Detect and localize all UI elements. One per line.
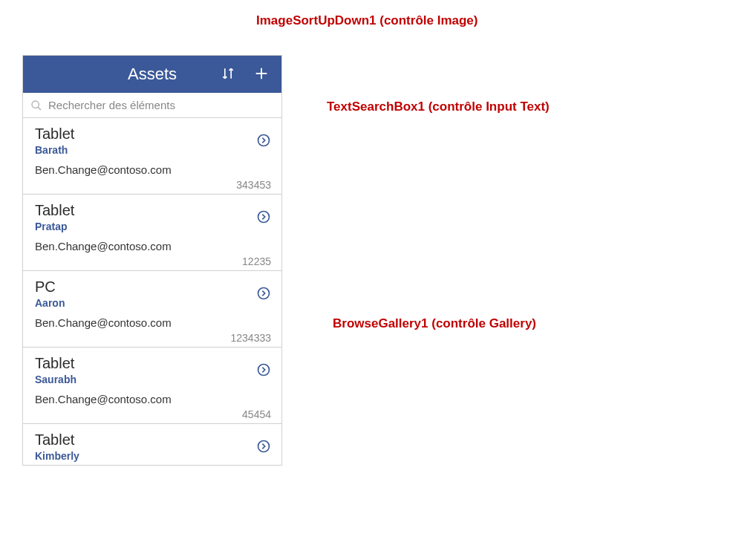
item-detail-button[interactable] bbox=[256, 286, 271, 303]
item-subtitle: Barath bbox=[35, 144, 271, 156]
search-icon bbox=[30, 100, 42, 111]
item-subtitle: Aaron bbox=[35, 297, 271, 309]
sort-icon bbox=[221, 66, 235, 83]
item-id: 1234333 bbox=[35, 332, 271, 344]
search-input[interactable] bbox=[48, 99, 274, 111]
list-item[interactable]: Tablet Kimberly bbox=[23, 424, 281, 465]
arrow-right-icon bbox=[256, 439, 271, 456]
svg-point-3 bbox=[258, 288, 270, 299]
item-email: Ben.Change@contoso.com bbox=[35, 163, 271, 176]
annotation-search: TextSearchBox1 (contrôle Input Text) bbox=[327, 100, 550, 114]
app-header: Assets bbox=[23, 56, 281, 93]
item-detail-button[interactable] bbox=[256, 362, 271, 379]
svg-point-1 bbox=[258, 135, 270, 146]
annotation-gallery: BrowseGallery1 (contrôle Gallery) bbox=[333, 316, 536, 331]
svg-point-0 bbox=[32, 101, 39, 108]
item-detail-button[interactable] bbox=[256, 209, 271, 226]
item-title: Tablet bbox=[35, 202, 271, 219]
item-id: 12235 bbox=[35, 255, 271, 267]
item-detail-button[interactable] bbox=[256, 133, 271, 150]
item-email: Ben.Change@contoso.com bbox=[35, 316, 271, 329]
plus-icon bbox=[253, 65, 270, 84]
svg-point-2 bbox=[258, 212, 270, 223]
item-subtitle: Pratap bbox=[35, 221, 271, 232]
list-item[interactable]: Tablet Saurabh Ben.Change@contoso.com 45… bbox=[23, 348, 281, 424]
item-title: Tablet bbox=[35, 431, 271, 449]
item-title: Tablet bbox=[35, 125, 271, 143]
item-email: Ben.Change@contoso.com bbox=[35, 393, 271, 405]
app-frame: Assets bbox=[22, 55, 282, 466]
list-item[interactable]: PC Aaron Ben.Change@contoso.com 1234333 bbox=[23, 271, 281, 348]
arrow-right-icon bbox=[256, 362, 271, 379]
arrow-right-icon bbox=[256, 133, 271, 150]
arrow-right-icon bbox=[256, 286, 271, 303]
item-id: 343453 bbox=[35, 179, 271, 191]
list-item[interactable]: Tablet Pratap Ben.Change@contoso.com 122… bbox=[23, 195, 281, 271]
browse-gallery: Tablet Barath Ben.Change@contoso.com 343… bbox=[23, 118, 281, 465]
page-title: Assets bbox=[128, 65, 177, 84]
item-subtitle: Saurabh bbox=[35, 374, 271, 385]
item-email: Ben.Change@contoso.com bbox=[35, 240, 271, 252]
search-row bbox=[23, 93, 281, 118]
arrow-right-icon bbox=[256, 209, 271, 226]
svg-point-4 bbox=[258, 365, 270, 376]
list-item[interactable]: Tablet Barath Ben.Change@contoso.com 343… bbox=[23, 118, 281, 195]
item-id: 45454 bbox=[35, 408, 271, 420]
annotation-sort: ImageSortUpDown1 (contrôle Image) bbox=[256, 13, 478, 28]
item-subtitle: Kimberly bbox=[35, 450, 271, 462]
header-icons bbox=[218, 62, 273, 87]
item-title: Tablet bbox=[35, 355, 271, 372]
sort-button[interactable] bbox=[218, 63, 238, 86]
item-title: PC bbox=[35, 278, 271, 296]
svg-point-5 bbox=[258, 441, 270, 452]
item-detail-button[interactable] bbox=[256, 439, 271, 456]
add-button[interactable] bbox=[250, 62, 273, 87]
